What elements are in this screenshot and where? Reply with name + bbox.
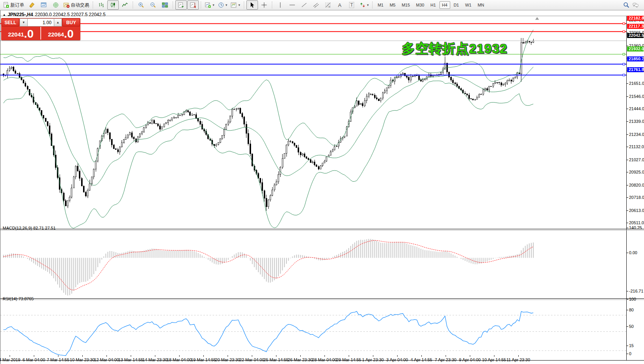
buy-price[interactable]: 22064 .0 [41,27,80,40]
line-chart-button[interactable] [119,0,131,10]
zoom-in-button[interactable] [135,0,147,10]
styler-button[interactable] [26,0,38,10]
axis-tick-mark [626,299,628,299]
search-icon[interactable] [623,2,629,8]
timeframe-w1[interactable]: W1 [463,1,474,9]
rsi-tick-label: 50 [629,324,634,329]
current-price-label: 22042.5 [627,33,644,38]
bar-chart-button[interactable] [95,0,107,10]
timeframe-m15[interactable]: M15 [399,1,413,9]
volume-increase-button[interactable]: ▲ [54,18,62,26]
timeframe-m30[interactable]: M30 [413,1,427,9]
zoom-out-icon [150,2,156,8]
collapse-panel-arrow[interactable]: ▲ [3,13,6,17]
candlestick-chart-button[interactable] [107,0,119,10]
time-axis-label: 25 Mar 14:55 [264,357,289,362]
clock-icon [218,2,224,8]
auto-trading-icon [63,2,70,8]
chart-annotation-text: 多空转折点21932 [402,40,508,58]
price-tick-label: 21444.0 [629,106,644,111]
templates-button[interactable]: ▾ [229,0,242,10]
market-watch-button[interactable] [38,0,50,10]
volume-input[interactable] [28,18,54,26]
volume-decrease-button[interactable]: ▼ [20,18,28,26]
zoom-out-button[interactable] [147,0,159,10]
trade-panel-order-row: SELL ▼ ▲ BUY [1,18,80,27]
axis-tick-mark [626,185,628,185]
axis-tick-mark [626,160,628,160]
new-order-icon [3,2,9,8]
new-order-button[interactable]: 新订单 [2,0,26,10]
rsi-line [3,311,533,356]
time-axis-label: 14 Mar 23:30 [143,357,168,362]
rsi-tick-label: 100 [629,297,636,301]
market-watch-icon [41,2,47,8]
channel-tool-button[interactable] [310,0,322,10]
level-price-label: 22182.8 [627,16,644,21]
macd-indicator-label: MACD(12,26,9) 82.71 27.51 [3,226,56,230]
toolbar-separator [272,2,273,8]
chart-window[interactable]: ▲ JPN225-,H4 22030.0 22042.5 22027.5 220… [0,10,644,364]
tile-windows-button[interactable] [159,0,171,10]
chart-shift-button[interactable] [187,0,199,10]
timeframe-d1[interactable]: D1 [451,1,462,9]
label-tool-button[interactable]: T [346,0,358,10]
chart-shift-marker [535,17,539,20]
buy-price-pips: .0 [64,28,73,39]
time-axis-label: 4 Apr 14:55 [411,357,432,362]
toolbar-separator [93,2,93,8]
one-click-trade-panel: SELL ▼ ▲ BUY 22041 .0 22064 .0 [1,18,80,40]
sell-price[interactable]: 22041 .0 [1,27,40,40]
chart-title: ▲ JPN225-,H4 22030.0 22042.5 22027.5 220… [3,12,105,17]
chart-ohlc-values: 22030.0 22042.5 22027.5 22042.5 [35,12,106,17]
level-price-label: 21932.0 [627,46,644,51]
timeframe-mn[interactable]: MN [475,1,487,9]
arrows-tool-button[interactable]: ▾ [358,0,371,10]
price-tick-label: 20820.0 [629,183,644,187]
data-feed-button[interactable] [50,0,62,10]
timeframe-h1[interactable]: H1 [428,1,439,9]
vertical-line-icon [277,2,283,8]
axis-tick-mark [626,346,628,346]
rsi-tick-label: 0 [629,351,631,356]
timeframe-h4[interactable]: H4 [439,1,450,9]
timeframe-m1[interactable]: M1 [375,1,386,9]
auto-scroll-icon [178,2,184,8]
crosshair-tool-button[interactable] [258,0,270,10]
text-tool-button[interactable]: A [334,0,346,10]
fibonacci-tool-button[interactable]: F [322,0,334,10]
axis-tick-mark [626,83,628,84]
horizontal-line-tool-button[interactable] [286,0,298,10]
chart-canvas[interactable] [0,10,644,364]
time-axis-label: 13 Mar 14:55 [118,357,143,362]
periods-button[interactable]: ▾ [216,0,229,10]
time-axis-label: 18 Mar 04:00 [167,357,192,362]
axis-tick-mark [626,223,628,223]
horizontal-line-icon [289,2,295,8]
sell-button[interactable]: SELL [2,18,19,26]
timeframe-m5[interactable]: M5 [387,1,398,9]
axis-tick-mark [626,46,628,46]
rsi-tick-label: 15 [629,343,634,348]
toolbar-separator [372,2,373,8]
trendline-tool-button[interactable] [298,0,310,10]
zoom-in-icon [138,2,144,8]
auto-scroll-button[interactable] [175,0,187,10]
level-price-label: 21761.9 [627,67,644,72]
chat-icon[interactable] [632,2,639,8]
time-axis-label: 9 Apr 04:00 [459,357,481,362]
vertical-line-tool-button[interactable] [275,0,286,10]
dropdown-caret: ▾ [226,3,228,7]
time-axis-label: 1 Apr 23:30 [362,357,384,362]
new-order-label: 新订单 [10,2,24,8]
crayon-icon [29,2,35,8]
indicators-button[interactable]: ▾ [203,0,216,10]
cursor-tool-button[interactable] [246,0,258,10]
price-tick-label: 21132.0 [629,144,644,149]
bar-chart-icon [98,2,104,8]
auto-trading-button[interactable]: 自动交易 [62,0,91,10]
auto-trading-label: 自动交易 [71,2,89,8]
axis-tick-mark [626,354,628,354]
buy-button[interactable]: BUY [62,18,80,26]
price-tick-label: 20718.0 [629,195,644,200]
